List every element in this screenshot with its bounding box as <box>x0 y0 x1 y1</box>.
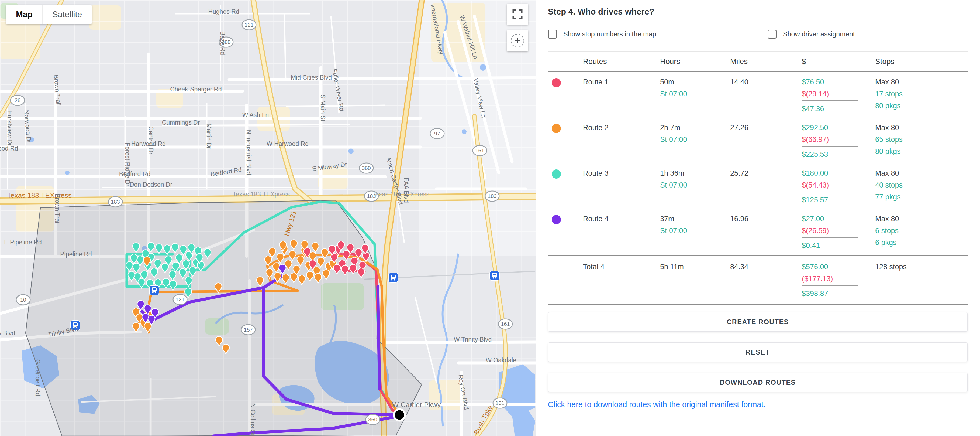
route-revenue: $292.50 <box>802 123 875 132</box>
route-net: $225.53 <box>802 150 875 159</box>
checkbox-label: Show stop numbers in the map <box>563 30 656 38</box>
route-start-time: St 07:00 <box>660 226 730 235</box>
svg-text:161: 161 <box>475 148 484 153</box>
total-cost: ($177.13) <box>802 275 858 286</box>
table-total-row: Total 4 5h 11m 84.34 $576.00 ($177.13) $… <box>548 255 967 305</box>
total-stops: 128 stops <box>875 262 967 298</box>
svg-text:161: 161 <box>495 400 504 406</box>
route-color-dot <box>552 124 561 133</box>
map-canvas[interactable]: 1211212697161161161360360360183183183101… <box>0 0 536 436</box>
draw-region-button[interactable] <box>507 30 528 51</box>
download-routes-button[interactable]: DOWNLOAD ROUTES <box>548 372 967 392</box>
route-start-time: St 07:00 <box>660 181 730 189</box>
column-header: Hours <box>660 57 730 66</box>
svg-text:W Ash Ln: W Ash Ln <box>242 112 269 118</box>
route-revenue: $180.00 <box>802 169 875 177</box>
svg-text:N Collins St: N Collins St <box>249 403 256 436</box>
svg-text:157: 157 <box>243 327 253 333</box>
table-body: Route 150mSt 07:0014.40$76.50$(29.14)$47… <box>548 72 967 255</box>
dashed-circle-plus-icon <box>509 33 526 49</box>
total-revenue: $576.00 <box>802 262 875 271</box>
checkbox-icon[interactable] <box>548 30 557 38</box>
route-row[interactable]: Route 31h 36mSt 07:0025.72$180.00$(54.43… <box>548 163 967 209</box>
route-name: Route 2 <box>583 123 660 159</box>
transit-station-icon <box>149 286 159 295</box>
column-header: $ <box>802 57 875 66</box>
svg-text:Bedford Rd: Bedford Rd <box>119 171 150 177</box>
svg-text:W Trinity Blvd: W Trinity Blvd <box>454 336 492 343</box>
map-type-satellite-button[interactable]: Satellite <box>42 5 92 24</box>
map-svg: 1211212697161161161360360360183183183101… <box>0 0 536 436</box>
depot-marker <box>394 409 405 421</box>
route-start-time: St 07:00 <box>660 135 730 144</box>
transit-station-icon <box>490 271 500 281</box>
route-name: Route 4 <box>583 214 660 250</box>
total-duration: 5h 11m <box>660 262 730 298</box>
route-row[interactable]: Route 437mSt 07:0016.96$27.00$(26.59)$0.… <box>548 209 967 255</box>
map-type-control: Map Satellite <box>6 5 92 24</box>
svg-text:10: 10 <box>20 297 26 303</box>
route-cost: $(26.59) <box>802 226 858 238</box>
route-miles: 16.96 <box>730 214 802 250</box>
fullscreen-icon <box>512 9 523 20</box>
svg-text:Hughes Rd: Hughes Rd <box>208 8 239 15</box>
map-type-map-button[interactable]: Map <box>6 5 42 24</box>
route-stops: 40 stops <box>875 181 967 189</box>
route-color-dot <box>552 78 561 88</box>
checkbox-icon[interactable] <box>768 30 776 38</box>
route-net: $125.57 <box>802 196 875 204</box>
route-pkgs: 6 pkgs <box>875 238 967 247</box>
svg-text:Pipeline Rd: Pipeline Rd <box>60 251 92 258</box>
transit-station-icon <box>388 273 398 283</box>
route-duration: 50m <box>660 78 730 86</box>
route-name: Route 1 <box>583 78 660 113</box>
route-miles: 14.40 <box>730 78 802 113</box>
route-stops: 6 stops <box>875 226 967 235</box>
svg-text:360: 360 <box>368 417 377 423</box>
svg-text:Cheek-Sparger Rd: Cheek-Sparger Rd <box>170 86 222 93</box>
routes-panel: Step 4. Who drives where? Show stop numb… <box>536 0 980 436</box>
route-row[interactable]: Route 150mSt 07:0014.40$76.50$(29.14)$47… <box>548 72 967 118</box>
svg-text:121: 121 <box>245 22 253 28</box>
total-net: $398.87 <box>802 289 875 298</box>
route-net: $0.41 <box>802 241 875 250</box>
route-revenue: $76.50 <box>802 78 875 86</box>
route-net: $47.36 <box>802 104 875 113</box>
checkbox-row: Show stop numbers in the map Show driver… <box>548 30 967 38</box>
table-header-row: RoutesHoursMiles$Stops <box>548 51 967 72</box>
create-routes-button[interactable]: CREATE ROUTES <box>548 312 967 332</box>
svg-text:FAA Blvd: FAA Blvd <box>402 177 410 203</box>
svg-text:360: 360 <box>362 165 371 171</box>
checkbox-label: Show driver assignment <box>783 30 855 38</box>
svg-text:Texas 183 TEXpress: Texas 183 TEXpress <box>232 191 290 198</box>
svg-text:S Main St: S Main St <box>320 94 326 121</box>
route-max: Max 80 <box>875 123 967 132</box>
svg-text:Greenbelt Rd: Greenbelt Rd <box>34 359 41 396</box>
routes-table: RoutesHoursMiles$Stops Route 150mSt 07:0… <box>548 51 967 305</box>
route-max: Max 80 <box>875 169 967 177</box>
checkbox-show-stop-numbers[interactable]: Show stop numbers in the map <box>548 30 768 38</box>
route-stops: 65 stops <box>875 135 967 144</box>
route-start-time: St 07:00 <box>660 89 730 98</box>
route-duration: 2h 7m <box>660 123 730 132</box>
download-manifest-link[interactable]: Click here to download routes with the o… <box>548 400 967 409</box>
route-row[interactable]: Route 22h 7mSt 07:0027.26$292.50$(66.97)… <box>548 118 967 163</box>
svg-text:Don Dodson Dr: Don Dodson Dr <box>130 181 172 188</box>
route-miles: 25.72 <box>730 169 802 204</box>
fullscreen-button[interactable] <box>507 4 528 25</box>
svg-text:183: 183 <box>488 193 496 199</box>
svg-text:N Industrial Blvd: N Industrial Blvd <box>245 130 252 175</box>
svg-text:161: 161 <box>501 321 510 327</box>
column-header: Routes <box>583 57 660 66</box>
svg-text:Forest Ridge Dr: Forest Ridge Dr <box>124 143 131 187</box>
route-cost: $(54.43) <box>802 181 858 192</box>
checkbox-show-driver-assignment[interactable]: Show driver assignment <box>768 30 855 38</box>
route-max: Max 80 <box>875 78 967 86</box>
page-title: Step 4. Who drives where? <box>548 7 967 17</box>
route-color-dot <box>552 169 561 179</box>
route-pkgs: 80 pkgs <box>875 101 967 110</box>
route-miles: 27.26 <box>730 123 802 159</box>
svg-text:y Blvd: y Blvd <box>0 330 15 337</box>
svg-text:E Pipeline Rd: E Pipeline Rd <box>4 239 41 246</box>
reset-button[interactable]: RESET <box>548 342 967 362</box>
